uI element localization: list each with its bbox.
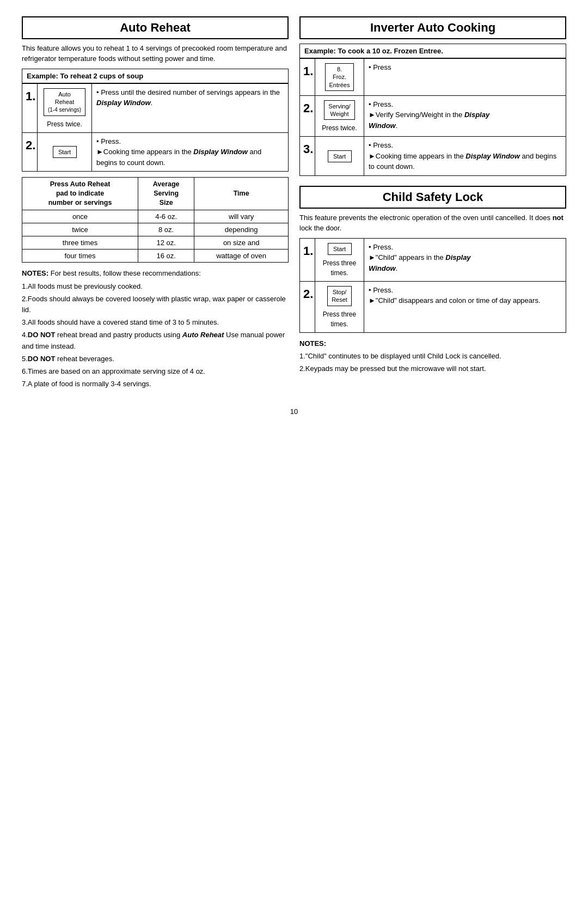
froz-entrees-button: 8.Froz.Entrées [325, 63, 354, 91]
auto-reheat-step-2: 2. Start • Press. ►Cooking time appears … [22, 132, 289, 172]
cell-16-oz: 16 oz. [138, 249, 194, 262]
list-item: 7.A plate of food is normally 3-4 servin… [22, 379, 289, 389]
stop-reset-button: Stop/Reset [327, 286, 352, 306]
step-1-instruction: • Press until the desired number of serv… [92, 83, 289, 132]
right-column: Inverter Auto Cooking Example: To cook a… [299, 16, 566, 391]
inverter-step-num-1: 1. [300, 59, 315, 96]
cell-on-size: on size and [194, 236, 289, 249]
inverter-step-3: 3. Start • Press. ►Cooking time appears … [300, 137, 566, 176]
inverter-steps-table: 1. 8.Froz.Entrées • Press 2. Serving/Wei… [299, 58, 566, 176]
page-number: 10 [22, 407, 566, 416]
step-number-1: 1. [22, 83, 38, 132]
list-item: 2.Keypads may be pressed but the microwa… [299, 363, 566, 374]
inverter-step-2-button: Serving/Weight Press twice. [315, 95, 364, 137]
table-row: once 4-6 oz. will vary [22, 210, 289, 223]
start-button-1: Start [53, 146, 77, 158]
data-table-header-row: Press Auto Reheatpad to indicatenumber o… [22, 178, 289, 210]
step-1-button-cell: AutoReheat(1-4 servings) Press twice. [38, 83, 92, 132]
cell-4-6-oz: 4-6 oz. [138, 210, 194, 223]
child-lock-step-num-1: 1. [300, 238, 315, 281]
child-lock-step-1-button: Start Press three times. [315, 238, 364, 281]
step-2-instruction: • Press. ►Cooking time appears in the Di… [92, 132, 289, 172]
start-button-3: Start [328, 243, 352, 255]
auto-reheat-notes: NOTES: For best results, follow these re… [22, 268, 289, 389]
child-lock-step-2: 2. Stop/Reset Press three times. • Press… [300, 281, 566, 332]
step-2-button-cell: Start [38, 132, 92, 172]
child-safety-lock-section: Child Safety Lock This feature prevents … [299, 186, 566, 374]
list-item: 2.Foods should always be covered loosely… [22, 294, 289, 315]
inverter-auto-cooking-section: Inverter Auto Cooking Example: To cook a… [299, 16, 566, 176]
cell-four-times: four times [22, 249, 138, 262]
auto-reheat-example: Example: To reheat 2 cups of soup [22, 69, 289, 83]
child-notes-header: NOTES: [299, 338, 566, 349]
inverter-step-1: 1. 8.Froz.Entrées • Press [300, 59, 566, 96]
step-1-sublabel: Press twice. [42, 119, 87, 129]
notes-intro: NOTES: For best results, follow these re… [22, 268, 289, 279]
child-lock-step-2-button: Stop/Reset Press three times. [315, 281, 364, 332]
auto-reheat-button: AutoReheat(1-4 servings) [44, 88, 85, 116]
inverter-step-num-2: 2. [300, 95, 315, 137]
cell-three-times: three times [22, 236, 138, 249]
child-notes-list: 1."Child" continutes to be displayed unt… [299, 351, 566, 374]
child-lock-description: This feature prevents the electronic ope… [299, 213, 566, 234]
child-lock-step-1-sublabel: Press three times. [320, 258, 359, 278]
cell-once: once [22, 210, 138, 223]
inverter-title: Inverter Auto Cooking [299, 16, 566, 39]
child-lock-step-num-2: 2. [300, 281, 315, 332]
servings-data-table: Press Auto Reheatpad to indicatenumber o… [22, 177, 289, 263]
list-item: 1."Child" continutes to be displayed unt… [299, 351, 566, 362]
auto-reheat-title: Auto Reheat [22, 16, 289, 39]
inverter-step-3-button: Start [315, 137, 364, 176]
start-button-2: Start [328, 150, 352, 162]
child-lock-step-1: 1. Start Press three times. • Press. ►"C… [300, 238, 566, 281]
inverter-step-2: 2. Serving/Weight Press twice. • Press. … [300, 95, 566, 137]
inverter-step-2-instruction: • Press. ►Verify Serving/Weight in the D… [364, 95, 566, 137]
list-item: 6.Times are based on an approximate serv… [22, 366, 289, 377]
cell-will-vary: will vary [194, 210, 289, 223]
auto-reheat-section: Auto Reheat This feature allows you to r… [22, 16, 289, 391]
child-lock-step-2-sublabel: Press three times. [320, 309, 359, 329]
child-lock-notes: NOTES: 1."Child" continutes to be displa… [299, 338, 566, 374]
auto-reheat-step-1: 1. AutoReheat(1-4 servings) Press twice.… [22, 83, 289, 132]
child-lock-step-1-instruction: • Press. ►"Child" appears in the Display… [364, 238, 566, 281]
child-lock-step-2-instruction: • Press. ►"Child" disappears and colon o… [364, 281, 566, 332]
cell-12-oz: 12 oz. [138, 236, 194, 249]
list-item: 5.DO NOT reheat beverages. [22, 354, 289, 364]
list-item: 1.All foods must be previously cooked. [22, 281, 289, 292]
inverter-step-3-instruction: • Press. ►Cooking time appears in the Di… [364, 137, 566, 176]
notes-list: 1.All foods must be previously cooked. 2… [22, 281, 289, 389]
list-item: 3.All foods should have a covered stand … [22, 317, 289, 328]
cell-depending: depending [194, 223, 289, 236]
auto-reheat-steps-table: 1. AutoReheat(1-4 servings) Press twice.… [22, 83, 289, 172]
serving-weight-button: Serving/Weight [324, 100, 354, 120]
step-number-2: 2. [22, 132, 38, 172]
inverter-step-num-3: 3. [300, 137, 315, 176]
inverter-step-2-sublabel: Press twice. [320, 123, 359, 133]
col-header-servings: Press Auto Reheatpad to indicatenumber o… [22, 178, 138, 210]
cell-twice: twice [22, 223, 138, 236]
col-header-avg-serving: AverageServingSize [138, 178, 194, 210]
inverter-step-1-instruction: • Press [364, 59, 566, 96]
inverter-step-1-button: 8.Froz.Entrées [315, 59, 364, 96]
table-row: four times 16 oz. wattage of oven [22, 249, 289, 262]
cell-8-oz: 8 oz. [138, 223, 194, 236]
child-lock-title: Child Safety Lock [299, 186, 566, 209]
child-lock-steps-table: 1. Start Press three times. • Press. ►"C… [299, 238, 566, 333]
list-item: 4.DO NOT reheat bread and pastry product… [22, 330, 289, 351]
table-row: three times 12 oz. on size and [22, 236, 289, 249]
col-header-time: Time [194, 178, 289, 210]
auto-reheat-description: This feature allows you to reheat 1 to 4… [22, 44, 289, 64]
cell-wattage: wattage of oven [194, 249, 289, 262]
inverter-example: Example: To cook a 10 oz. Frozen Entree. [299, 44, 566, 58]
table-row: twice 8 oz. depending [22, 223, 289, 236]
